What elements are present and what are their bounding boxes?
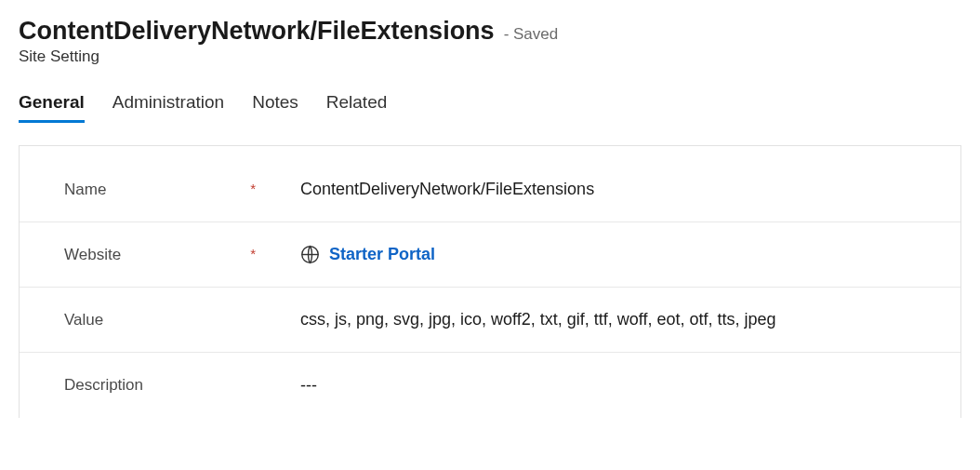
label-text: Website <box>64 246 121 263</box>
tab-related[interactable]: Related <box>326 92 388 123</box>
label-text: Value <box>64 311 103 329</box>
save-status: - Saved <box>504 25 559 44</box>
form-panel: Name * ContentDeliveryNetwork/FileExtens… <box>19 145 961 418</box>
page-title: ContentDeliveryNetwork/FileExtensions <box>19 17 495 46</box>
field-label-name: Name * <box>64 181 267 199</box>
tab-notes[interactable]: Notes <box>252 92 298 123</box>
entity-subtitle: Site Setting <box>19 47 961 66</box>
tab-administration[interactable]: Administration <box>113 92 224 123</box>
globe-icon <box>300 245 320 264</box>
label-text: Name <box>64 181 106 198</box>
label-text: Description <box>64 376 143 394</box>
field-row-website: Website * Starter Portal <box>20 222 960 288</box>
page-header: ContentDeliveryNetwork/FileExtensions - … <box>19 17 961 66</box>
field-value-website[interactable]: Starter Portal <box>267 245 435 264</box>
title-row: ContentDeliveryNetwork/FileExtensions - … <box>19 17 961 46</box>
field-value-value[interactable]: css, js, png, svg, jpg, ico, woff2, txt,… <box>267 310 776 329</box>
tab-general[interactable]: General <box>19 92 85 123</box>
tabs-container: General Administration Notes Related <box>19 92 961 123</box>
field-row-value: Value css, js, png, svg, jpg, ico, woff2… <box>20 288 960 353</box>
lookup-link-text: Starter Portal <box>329 245 435 264</box>
field-value-name[interactable]: ContentDeliveryNetwork/FileExtensions <box>267 180 594 199</box>
field-row-description: Description --- <box>20 353 960 418</box>
field-value-description[interactable]: --- <box>267 376 317 396</box>
field-label-website: Website * <box>64 246 267 264</box>
field-label-description: Description <box>64 376 267 395</box>
field-row-name: Name * ContentDeliveryNetwork/FileExtens… <box>20 157 960 222</box>
required-indicator: * <box>250 181 256 196</box>
field-label-value: Value <box>64 311 267 329</box>
required-indicator: * <box>250 246 256 262</box>
